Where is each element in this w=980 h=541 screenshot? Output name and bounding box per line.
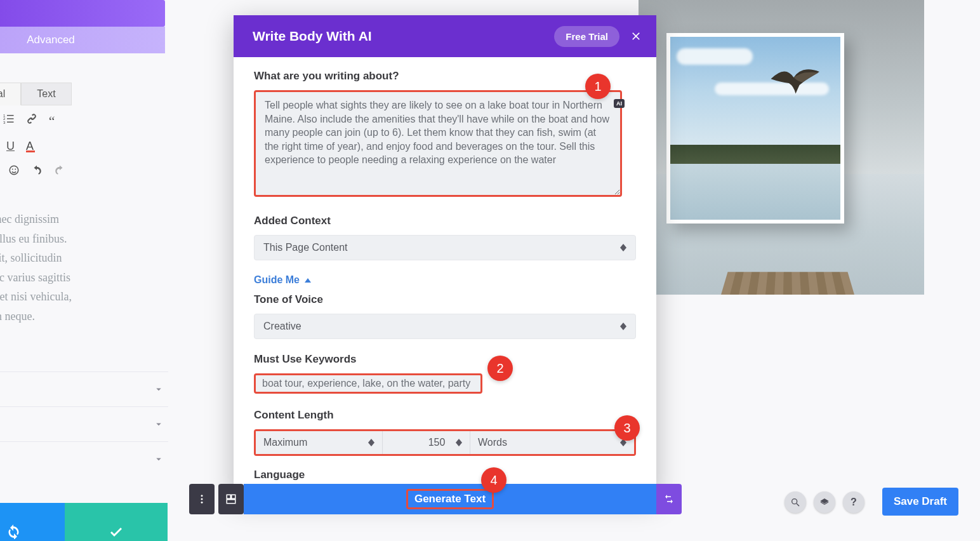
- length-mode-select[interactable]: Maximum: [256, 431, 383, 454]
- svg-rect-7: [7, 115, 14, 116]
- updown-icon: [620, 323, 626, 330]
- length-mode-value: Maximum: [263, 437, 307, 448]
- svg-point-20: [201, 502, 203, 504]
- save-draft-label: Save Draft: [894, 495, 947, 507]
- layers-icon[interactable]: [814, 491, 835, 513]
- numbered-list-icon[interactable]: 123: [3, 113, 15, 130]
- left-collapsers: [0, 371, 168, 476]
- annotation-4-label: 4: [490, 473, 497, 488]
- layout-button[interactable]: [218, 484, 244, 514]
- tone-value: Creative: [263, 321, 301, 332]
- annotation-3-label: 3: [623, 421, 630, 436]
- tone-label: Tone of Voice: [254, 293, 636, 306]
- triangle-up-icon: [305, 278, 311, 283]
- text-tab-label: Text: [37, 88, 55, 99]
- tone-select[interactable]: Creative: [254, 314, 636, 339]
- advanced-tab[interactable]: Advanced: [0, 27, 165, 53]
- image-preview: [639, 0, 924, 295]
- prompt-input[interactable]: [254, 90, 622, 197]
- updown-icon: [456, 439, 462, 446]
- undo-icon[interactable]: [31, 164, 43, 179]
- text-color-icon[interactable]: A: [26, 140, 35, 154]
- content-length-row: Maximum Words: [254, 429, 636, 456]
- close-icon[interactable]: [630, 30, 642, 43]
- free-trial-label: Free Trial: [566, 31, 608, 42]
- visual-tab-label: Visual: [0, 88, 5, 99]
- svg-rect-9: [7, 118, 14, 119]
- updown-icon: [368, 439, 374, 446]
- underline-icon[interactable]: U: [6, 140, 15, 154]
- more-options-button[interactable]: [189, 484, 215, 514]
- svg-rect-23: [227, 500, 235, 504]
- quote-icon[interactable]: “: [49, 113, 55, 130]
- swap-button[interactable]: [656, 484, 682, 514]
- wysiwyg-toolbar: I 123 “ S U A Ω: [0, 108, 165, 184]
- language-label: Language: [254, 469, 636, 481]
- bird-icon: [765, 62, 824, 100]
- save-draft-button[interactable]: Save Draft: [882, 488, 958, 516]
- context-label: Added Context: [254, 215, 636, 227]
- collapse-row-3[interactable]: [0, 441, 168, 476]
- keywords-input[interactable]: [254, 373, 482, 394]
- svg-point-24: [792, 499, 797, 504]
- svg-point-17: [15, 169, 16, 170]
- length-unit-value: Words: [478, 437, 507, 448]
- context-select[interactable]: This Page Content: [254, 235, 636, 260]
- annotation-1-label: 1: [594, 79, 601, 94]
- scene-dock: [721, 272, 854, 295]
- bottom-toolbar: Generate Text: [189, 484, 682, 514]
- svg-rect-11: [7, 122, 14, 123]
- svg-point-19: [201, 498, 203, 500]
- annotation-2-label: 2: [496, 361, 503, 376]
- text-tab[interactable]: Text: [21, 83, 71, 105]
- keywords-wrap: [254, 373, 636, 394]
- advanced-tab-label: Advanced: [27, 34, 75, 46]
- link-icon[interactable]: [26, 113, 37, 130]
- floating-round-icons: ?: [785, 491, 864, 513]
- svg-line-25: [797, 504, 799, 506]
- svg-text:3: 3: [3, 121, 6, 124]
- length-label: Content Length: [254, 409, 636, 422]
- help-icon[interactable]: ?: [843, 491, 864, 513]
- modal-header: Write Body With AI Free Trial: [234, 15, 656, 57]
- refresh-button[interactable]: [0, 503, 65, 541]
- keywords-label: Must Use Keywords: [254, 353, 636, 366]
- collapse-row-2[interactable]: [0, 406, 168, 441]
- search-icon[interactable]: [785, 491, 806, 513]
- length-unit-select[interactable]: Words: [470, 431, 634, 454]
- generate-text-label: Generate Text: [406, 489, 494, 509]
- annotation-3: 3: [614, 415, 640, 441]
- annotation-4: 4: [481, 467, 507, 493]
- context-value: This Page Content: [263, 242, 348, 253]
- builder-top-bar: [0, 0, 165, 27]
- annotation-2: 2: [487, 356, 513, 381]
- length-number-input[interactable]: [418, 437, 456, 448]
- length-number-cell: [383, 431, 470, 454]
- prompt-label: What are you writing about?: [254, 70, 636, 83]
- redo-icon[interactable]: [54, 164, 65, 179]
- guide-me-link[interactable]: Guide Me: [254, 274, 311, 286]
- svg-rect-22: [232, 495, 235, 498]
- updown-icon: [620, 244, 626, 251]
- modal-title: Write Body With AI: [253, 29, 372, 44]
- ai-badge[interactable]: AI: [614, 99, 625, 108]
- guide-me-label: Guide Me: [254, 274, 300, 286]
- editor-tabs: Visual Text: [0, 83, 72, 105]
- svg-rect-21: [227, 495, 230, 498]
- left-action-buttons: [0, 503, 168, 541]
- editor-body-text: t nunc, nec dignissim s eget tellus eu f…: [0, 210, 171, 326]
- modal-body: What are you writing about? AI Added Con…: [234, 57, 656, 497]
- prompt-wrap: AI: [254, 90, 636, 199]
- emoji-icon[interactable]: [8, 164, 20, 179]
- free-trial-pill[interactable]: Free Trial: [554, 26, 619, 47]
- help-icon-label: ?: [851, 497, 857, 508]
- svg-point-16: [12, 169, 13, 170]
- generate-text-button[interactable]: Generate Text: [244, 484, 656, 514]
- visual-tab[interactable]: Visual: [0, 83, 21, 105]
- confirm-button[interactable]: [65, 503, 168, 541]
- inner-photo-card: [666, 33, 844, 224]
- collapse-row-1[interactable]: [0, 371, 168, 406]
- svg-point-15: [10, 166, 18, 175]
- annotation-1: 1: [585, 74, 611, 99]
- svg-point-18: [201, 495, 203, 497]
